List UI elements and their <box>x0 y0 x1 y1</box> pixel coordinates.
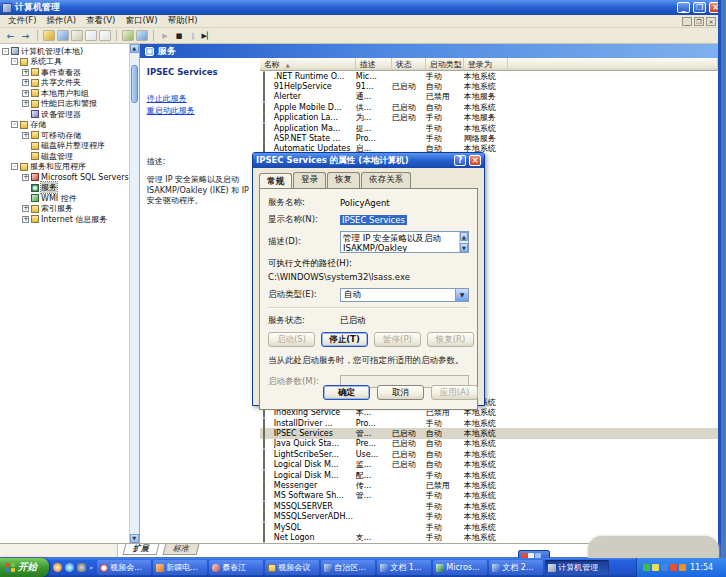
tab-extended[interactable]: 扩展 <box>123 544 160 555</box>
menu-item[interactable]: 查看(V) <box>81 15 120 27</box>
tree-expander-icon[interactable] <box>22 69 29 76</box>
tree-item[interactable]: 共享文件夹 <box>2 78 129 89</box>
tree-expander-icon[interactable] <box>11 121 18 128</box>
tree-item[interactable]: WMI 控件 <box>2 193 129 204</box>
quick-launch-icon-1[interactable] <box>53 563 62 572</box>
quick-launch-icon-3[interactable] <box>77 563 86 572</box>
tree-item[interactable]: Internet 信息服务 <box>2 214 129 225</box>
service-row[interactable]: Logical Disk M... 监... 已启动 自动 本地系统 <box>260 459 718 469</box>
child-close-button[interactable]: × <box>706 17 716 26</box>
taskbar-task-button[interactable]: 文档 1... <box>377 560 431 575</box>
tree-expander-icon[interactable] <box>22 205 29 212</box>
column-name[interactable]: 名称▲ <box>260 58 356 71</box>
tab-standard[interactable]: 标准 <box>163 544 200 555</box>
taskbar-task-button[interactable]: Micros... <box>433 560 487 575</box>
tab-recovery[interactable]: 恢复 <box>327 172 360 188</box>
service-row[interactable]: MySQL 手动 本地系统 <box>260 522 718 532</box>
child-restore-button[interactable]: ❐ <box>694 17 704 26</box>
tree-item[interactable]: 计算机管理(本地) <box>2 46 129 57</box>
properties-icon[interactable] <box>71 30 83 41</box>
taskbar-task-button[interactable]: 自治区... <box>321 560 375 575</box>
tree-expander-icon[interactable] <box>11 58 18 65</box>
service-row[interactable]: Logical Disk M... 配... 手动 本地系统 <box>260 470 718 480</box>
scroll-up-icon[interactable]: ▲ <box>130 44 139 53</box>
tray-icon-3[interactable] <box>661 564 668 571</box>
tree-item[interactable]: 服务 <box>2 183 129 194</box>
back-icon[interactable]: ← <box>4 31 17 41</box>
export-list-icon[interactable] <box>85 30 97 41</box>
window-titlebar[interactable]: 计算机管理 _ ❐ × <box>0 0 718 15</box>
taskbar-task-button[interactable]: 视频会议 <box>265 560 319 575</box>
pause-button[interactable]: 暂停(P) <box>374 332 421 347</box>
column-status[interactable]: 状态 <box>392 58 426 71</box>
tree-expander-icon[interactable] <box>22 90 29 97</box>
start-button-taskbar[interactable]: 开始 <box>0 558 49 577</box>
apply-button[interactable]: 应用(A) <box>431 385 478 400</box>
description-scrollbar[interactable]: ▲▼ <box>459 232 468 252</box>
tree-item[interactable]: 性能日志和警报 <box>2 99 129 110</box>
service-row[interactable]: ASP.NET State ... Pro... 手动 网络服务 <box>260 133 718 143</box>
tree-expander-icon[interactable] <box>22 79 29 86</box>
tree-item[interactable]: 本地用户和组 <box>2 88 129 99</box>
service-row[interactable]: MS Software Sh... 管... 手动 本地系统 <box>260 491 718 501</box>
scroll-thumb[interactable] <box>131 65 138 103</box>
tree-expander-icon[interactable] <box>22 100 29 107</box>
service-row[interactable]: LightScribeSer... Use... 已启动 自动 本地系统 <box>260 449 718 459</box>
stop-button[interactable]: 停止(T) <box>321 332 368 347</box>
menu-item[interactable]: 帮助(H) <box>162 15 202 27</box>
tree-item[interactable]: 磁盘管理 <box>2 151 129 162</box>
help-doc-icon[interactable] <box>99 30 111 41</box>
tree-expander-icon[interactable] <box>22 132 29 139</box>
resume-button[interactable]: 恢复(R) <box>427 332 474 347</box>
restore-button[interactable]: ❐ <box>693 2 706 13</box>
ok-button[interactable]: 确定 <box>323 385 370 400</box>
service-row[interactable]: IPSEC Services 管... 已启动 自动 本地系统 <box>260 428 718 438</box>
pause-service-icon[interactable]: ‖ <box>187 32 199 40</box>
service-row[interactable]: Java Quick Sta... Pre... 已启动 自动 本地系统 <box>260 439 718 449</box>
tree-item[interactable]: 索引服务 <box>2 204 129 215</box>
service-row[interactable]: InstallDriver ... Pro... 手动 本地系统 <box>260 418 718 428</box>
tree-expander-icon[interactable] <box>22 174 29 181</box>
taskbar-task-button[interactable]: 新疆电... <box>153 560 207 575</box>
taskbar-task-button[interactable]: 聂春江 <box>209 560 263 575</box>
service-row[interactable]: 91HelpService 91... 已启动 自动 本地系统 <box>260 81 718 91</box>
minimize-button[interactable]: _ <box>677 2 690 13</box>
display-name-field[interactable]: IPSEC Services <box>340 215 407 225</box>
restart-service-link[interactable]: 重启动此服务 <box>147 105 254 116</box>
tree-item[interactable]: 磁盘碎片整理程序 <box>2 141 129 152</box>
service-row[interactable]: Messenger 传... 已禁用 本地系统 <box>260 480 718 490</box>
startup-type-select[interactable]: 自动 ▼ <box>340 288 469 302</box>
tab-general[interactable]: 常规 <box>259 173 292 189</box>
tree-scrollbar[interactable]: ▲ ▼ <box>129 44 139 543</box>
window-icon[interactable] <box>136 30 148 41</box>
stop-service-icon[interactable]: ■ <box>173 32 185 40</box>
restart-service-icon[interactable]: ▶▏ <box>201 32 213 40</box>
dialog-close-icon[interactable]: × <box>469 155 481 166</box>
tree-item[interactable]: 可移动存储 <box>2 130 129 141</box>
tray-icon-2[interactable] <box>652 564 659 571</box>
taskbar-task-button[interactable]: 文档 2... <box>489 560 543 575</box>
column-startup-type[interactable]: 启动类型 <box>426 58 464 71</box>
menu-item[interactable]: 文件(F) <box>3 15 42 27</box>
service-row[interactable]: MSSQLServerADH... 手动 本地系统 <box>260 511 718 521</box>
quick-launch-icon-2[interactable] <box>65 563 74 572</box>
menu-item[interactable]: 窗口(W) <box>120 15 162 27</box>
tray-icon-4[interactable] <box>670 564 677 571</box>
tree-item[interactable]: 事件查看器 <box>2 67 129 78</box>
tree-expander-icon[interactable] <box>11 163 18 170</box>
tree-item[interactable]: 服务和应用程序 <box>2 162 129 173</box>
up-level-icon[interactable] <box>43 30 55 41</box>
console-tree-icon[interactable] <box>57 30 69 41</box>
description-field[interactable]: 管理 IP 安全策略以及启动 ISAKMP/Oakley ▲▼ <box>340 231 469 253</box>
tree-expander-icon[interactable] <box>2 48 9 55</box>
service-row[interactable]: .NET Runtime O... Mic... 手动 本地系统 <box>260 71 718 81</box>
scroll-down-icon[interactable]: ▼ <box>130 534 139 543</box>
chevron-right-icon[interactable]: » <box>89 564 93 572</box>
menu-item[interactable]: 操作(A) <box>42 15 81 27</box>
child-minimize-button[interactable]: _ <box>682 17 692 26</box>
start-service-icon[interactable]: ▶ <box>159 32 171 40</box>
cancel-button[interactable]: 取消 <box>377 385 424 400</box>
service-row[interactable]: Alerter 通... 已禁用 本地服务 <box>260 92 718 102</box>
tree-item[interactable]: 系统工具 <box>2 57 129 68</box>
tray-icon-1[interactable] <box>643 564 650 571</box>
